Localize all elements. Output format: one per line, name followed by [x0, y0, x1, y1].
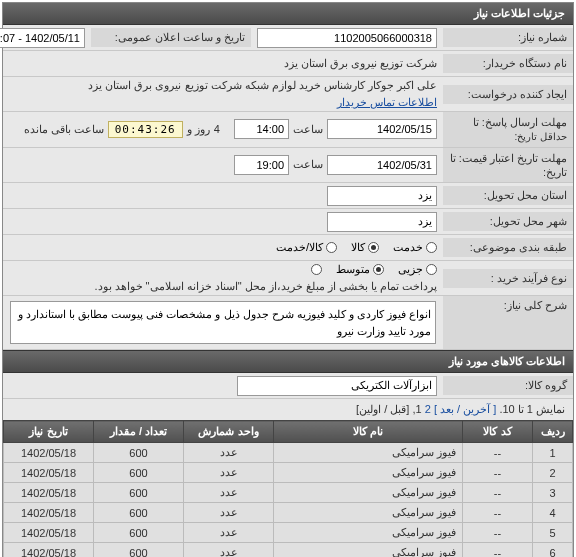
- label-time-left: ساعت باقی مانده: [24, 123, 104, 136]
- label-hour-1: ساعت: [293, 123, 323, 136]
- goods-section-title: اطلاعات کالاهای مورد نیاز: [3, 350, 573, 373]
- th-name[interactable]: نام کالا: [274, 421, 463, 443]
- cell-date: 1402/05/18: [4, 483, 94, 503]
- org-name: شرکت توزیع نیروی برق استان یزد: [284, 57, 437, 70]
- cell-n: 4: [533, 503, 573, 523]
- cell-code: --: [463, 503, 533, 523]
- countdown-timer: 00:43:26: [108, 121, 183, 138]
- radio-goods[interactable]: کالا: [351, 241, 379, 254]
- goods-table: ردیف کد کالا نام کالا واحد شمارش تعداد /…: [3, 420, 573, 557]
- cell-qty: 600: [94, 463, 184, 483]
- cell-qty: 600: [94, 443, 184, 463]
- th-code[interactable]: کد کالا: [463, 421, 533, 443]
- label-goods-group: گروه کالا:: [443, 376, 573, 395]
- radio-mid[interactable]: متوسط: [336, 263, 384, 276]
- cell-name: فیوز سرامیکی: [274, 543, 463, 557]
- cell-unit: عدد: [184, 463, 274, 483]
- label-pub-date: تاریخ و ساعت اعلان عمومی:: [91, 28, 251, 47]
- need-no-field[interactable]: [257, 28, 437, 48]
- credit-time-field[interactable]: [234, 155, 289, 175]
- overall-desc-text: انواع فیوز کاردی و کلید فیوزیه شرح جدول …: [10, 301, 436, 344]
- days-left: 4: [214, 123, 220, 135]
- treasury-note: پرداخت تمام یا بخشی از مبلغ خرید،از محل …: [94, 280, 437, 293]
- cell-date: 1402/05/18: [4, 443, 94, 463]
- table-row[interactable]: 6--فیوز سرامیکیعدد6001402/05/18: [4, 543, 573, 557]
- cell-date: 1402/05/18: [4, 503, 94, 523]
- label-credit-until: مهلت تاریخ اعتبار قیمت: تا تاریخ:: [443, 148, 573, 183]
- pager-prev-first: [قبل / اولین]: [356, 403, 409, 415]
- label-reply-deadline: مهلت ارسال پاسخ: تا حداقل تاریخ:: [443, 112, 573, 147]
- th-qty[interactable]: تعداد / مقدار: [94, 421, 184, 443]
- radio-low[interactable]: جزیی: [398, 263, 437, 276]
- cell-qty: 600: [94, 503, 184, 523]
- cell-unit: عدد: [184, 523, 274, 543]
- cell-n: 6: [533, 543, 573, 557]
- pager: نمایش 1 تا 10. [ آخرین / بعد ] 2 1, [قبل…: [3, 399, 573, 420]
- cell-name: فیوز سرامیکی: [274, 443, 463, 463]
- cell-qty: 600: [94, 523, 184, 543]
- reply-time-field[interactable]: [234, 119, 289, 139]
- cell-n: 1: [533, 443, 573, 463]
- cell-qty: 600: [94, 483, 184, 503]
- cell-name: فیوز سرامیکی: [274, 523, 463, 543]
- table-header-row: ردیف کد کالا نام کالا واحد شمارش تعداد /…: [4, 421, 573, 443]
- pager-last[interactable]: [ آخرین: [463, 403, 496, 415]
- table-row[interactable]: 5--فیوز سرامیکیعدد6001402/05/18: [4, 523, 573, 543]
- pager-info: نمایش 1 تا 10.: [499, 403, 565, 415]
- table-row[interactable]: 4--فیوز سرامیکیعدد6001402/05/18: [4, 503, 573, 523]
- cell-qty: 600: [94, 543, 184, 557]
- cell-unit: عدد: [184, 503, 274, 523]
- cell-unit: عدد: [184, 483, 274, 503]
- city-field[interactable]: [327, 212, 437, 232]
- label-city: شهر محل تحویل:: [443, 212, 573, 231]
- goods-group-field[interactable]: [237, 376, 437, 396]
- label-topic: طبقه بندی موضوعی:: [443, 238, 573, 257]
- province-field[interactable]: [327, 186, 437, 206]
- cell-n: 5: [533, 523, 573, 543]
- th-row[interactable]: ردیف: [533, 421, 573, 443]
- pager-next[interactable]: / بعد ]: [434, 403, 460, 415]
- panel-title: جزئیات اطلاعات نیاز: [3, 3, 573, 25]
- reply-date-field[interactable]: [327, 119, 437, 139]
- cell-date: 1402/05/18: [4, 523, 94, 543]
- cell-code: --: [463, 443, 533, 463]
- label-overall-desc: شرح کلی نیاز:: [443, 296, 573, 349]
- cell-code: --: [463, 463, 533, 483]
- label-process: نوع فرآیند خرید :: [443, 269, 573, 288]
- topic-radio-group: خدمت کالا کالا/خدمت: [276, 241, 437, 254]
- label-province: استان محل تحویل:: [443, 186, 573, 205]
- radio-goods-service[interactable]: کالا/خدمت: [276, 241, 337, 254]
- cell-code: --: [463, 483, 533, 503]
- cell-name: فیوز سرامیکی: [274, 463, 463, 483]
- details-panel: جزئیات اطلاعات نیاز شماره نیاز: تاریخ و …: [2, 2, 574, 557]
- pager-p2[interactable]: 2: [425, 403, 431, 415]
- table-row[interactable]: 2--فیوز سرامیکیعدد6001402/05/18: [4, 463, 573, 483]
- label-hour-2: ساعت: [293, 158, 323, 171]
- label-org: نام دستگاه خریدار:: [443, 54, 573, 73]
- table-body: 1--فیوز سرامیکیعدد6001402/05/182--فیوز س…: [4, 443, 573, 557]
- cell-unit: عدد: [184, 443, 274, 463]
- cell-unit: عدد: [184, 543, 274, 557]
- cell-name: فیوز سرامیکی: [274, 483, 463, 503]
- pub-date-field[interactable]: [0, 28, 85, 48]
- credit-date-field[interactable]: [327, 155, 437, 175]
- label-deadline-sub: حداقل تاریخ:: [514, 131, 567, 142]
- th-date[interactable]: تاریخ نیاز: [4, 421, 94, 443]
- label-creator: ایجاد کننده درخواست:: [443, 85, 573, 104]
- process-radio-group: جزیی متوسط: [336, 263, 437, 276]
- label-need-no: شماره نیاز:: [443, 28, 573, 47]
- cell-date: 1402/05/18: [4, 463, 94, 483]
- table-row[interactable]: 1--فیوز سرامیکیعدد6001402/05/18: [4, 443, 573, 463]
- creator-name: علی اکبر جوکار کارشناس خرید لوازم شبکه ش…: [88, 79, 437, 92]
- buyer-info-link[interactable]: اطلاعات تماس خریدار: [337, 96, 437, 109]
- label-day-and: روز و: [187, 123, 210, 136]
- pager-p1: 1,: [412, 403, 421, 415]
- panel-body: شماره نیاز: تاریخ و ساعت اعلان عمومی: نا…: [3, 25, 573, 557]
- cell-n: 2: [533, 463, 573, 483]
- cell-name: فیوز سرامیکی: [274, 503, 463, 523]
- radio-service[interactable]: خدمت: [393, 241, 437, 254]
- th-unit[interactable]: واحد شمارش: [184, 421, 274, 443]
- table-row[interactable]: 3--فیوز سرامیکیعدد6001402/05/18: [4, 483, 573, 503]
- cell-code: --: [463, 523, 533, 543]
- treasury-check[interactable]: [311, 264, 322, 275]
